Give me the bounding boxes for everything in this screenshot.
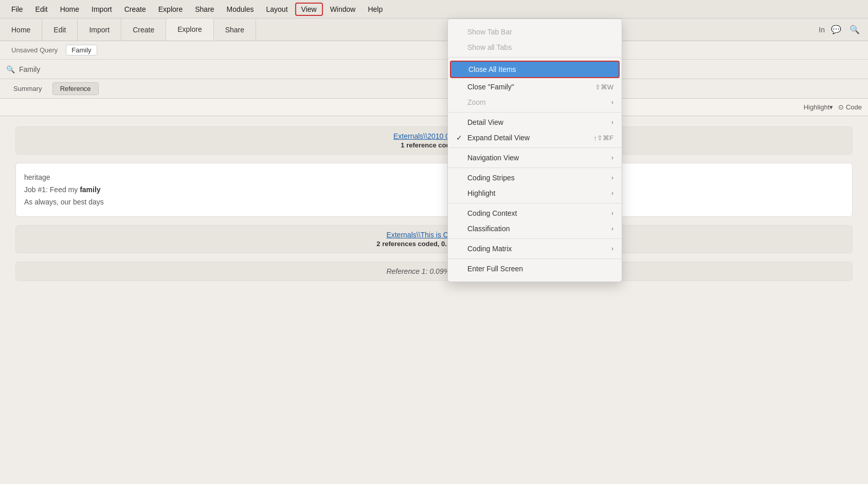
menu-file[interactable]: File bbox=[6, 3, 28, 15]
dropdown-navigation-view[interactable]: Navigation View › bbox=[448, 150, 622, 165]
arrow-zoom: › bbox=[611, 99, 613, 106]
sub-tab-summary[interactable]: Summary bbox=[6, 83, 49, 95]
menu-share[interactable]: Share bbox=[190, 3, 219, 15]
menu-view[interactable]: View bbox=[295, 3, 323, 16]
reference-link-3[interactable]: Externals\\This is Core Sound bbox=[24, 231, 844, 239]
main-content: Externals\\2010 02 Coo... 1 reference co… bbox=[0, 116, 868, 484]
tab-toolbar: Home Edit Import Create Explore Share In… bbox=[0, 18, 868, 41]
in-label: In bbox=[819, 26, 825, 34]
tab-create[interactable]: Create bbox=[121, 18, 166, 41]
dropdown-coding-matrix[interactable]: Coding Matrix › bbox=[448, 241, 622, 256]
family-label[interactable]: Family bbox=[66, 45, 97, 55]
menu-help[interactable]: Help bbox=[363, 3, 388, 15]
dropdown-section-1: Show Tab Bar Show all Tabs bbox=[448, 22, 622, 58]
arrow-highlight: › bbox=[611, 190, 613, 197]
search-text: Family bbox=[19, 65, 40, 73]
reference-header-1: Externals\\2010 02 Coo... 1 reference co… bbox=[16, 127, 852, 154]
checkmark-expand-detail: ✓ bbox=[456, 134, 464, 142]
menu-edit[interactable]: Edit bbox=[30, 3, 53, 15]
menu-explore[interactable]: Explore bbox=[153, 3, 188, 15]
menu-create[interactable]: Create bbox=[119, 3, 151, 15]
arrow-detail-view: › bbox=[611, 119, 613, 126]
tab-home[interactable]: Home bbox=[0, 18, 42, 41]
unsaved-query-label[interactable]: Unsaved Query bbox=[6, 45, 63, 55]
dropdown-show-all-tabs[interactable]: Show all Tabs bbox=[448, 40, 622, 55]
dropdown-close-family[interactable]: Close "Family" ⇧⌘W bbox=[448, 79, 622, 95]
menu-home[interactable]: Home bbox=[55, 3, 84, 15]
query-bar: Unsaved Query Family bbox=[0, 41, 868, 60]
dropdown-detail-view[interactable]: Detail View › bbox=[448, 115, 622, 130]
arrow-coding-stripes: › bbox=[611, 174, 613, 181]
dropdown-section-6: Coding Context › Classification › bbox=[448, 203, 622, 239]
highlight-button[interactable]: Highlight▾ bbox=[804, 103, 834, 111]
reference-header-3: Externals\\This is Core Sound 2 referenc… bbox=[16, 226, 852, 253]
tab-explore[interactable]: Explore bbox=[166, 18, 213, 41]
chat-icon[interactable]: 💬 bbox=[829, 23, 843, 37]
sub-tab-reference[interactable]: Reference bbox=[52, 82, 99, 95]
reference-card-3: Externals\\This is Core Sound 2 referenc… bbox=[15, 225, 853, 253]
menu-modules[interactable]: Modules bbox=[222, 3, 259, 15]
view-dropdown-menu: Show Tab Bar Show all Tabs Close All Ite… bbox=[447, 18, 622, 282]
dropdown-close-all-items[interactable]: Close All Items bbox=[450, 61, 620, 78]
arrow-coding-matrix: › bbox=[611, 245, 613, 252]
shortcut-close-family: ⇧⌘W bbox=[595, 83, 613, 91]
reference-card-2: heritage Job #1: Feed my family As alway… bbox=[15, 163, 853, 217]
menu-window[interactable]: Window bbox=[325, 3, 361, 15]
dropdown-coding-context[interactable]: Coding Context › bbox=[448, 206, 622, 221]
search-magnifier-icon: 🔍 bbox=[6, 65, 15, 73]
reference-link-1[interactable]: Externals\\2010 02 Coo... bbox=[24, 132, 844, 140]
reference-body-2: heritage Job #1: Feed my family As alway… bbox=[16, 163, 852, 216]
dropdown-section-8: Enter Full Screen bbox=[448, 259, 622, 278]
menu-bar: File Edit Home Import Create Explore Sha… bbox=[0, 0, 868, 18]
search-icon[interactable]: 🔍 bbox=[847, 23, 862, 37]
search-bar: 🔍 Family bbox=[0, 60, 868, 79]
dropdown-coding-stripes[interactable]: Coding Stripes › bbox=[448, 170, 622, 185]
dropdown-expand-detail-view[interactable]: ✓ Expand Detail View ↑⇧⌘F bbox=[448, 130, 622, 145]
sub-tab-bar: Summary Reference bbox=[0, 79, 868, 99]
arrow-classification: › bbox=[611, 225, 613, 232]
dropdown-zoom[interactable]: Zoom › bbox=[448, 95, 622, 110]
dropdown-highlight[interactable]: Highlight › bbox=[448, 185, 622, 201]
arrow-nav-view: › bbox=[611, 154, 613, 161]
reference-coverage-4: Reference 1: 0.09% coverage bbox=[24, 267, 844, 275]
dropdown-section-7: Coding Matrix › bbox=[448, 239, 622, 259]
reference-header-4: Reference 1: 0.09% coverage bbox=[16, 262, 852, 281]
dropdown-enter-full-screen[interactable]: Enter Full Screen bbox=[448, 261, 622, 276]
dropdown-show-tab-bar[interactable]: Show Tab Bar bbox=[448, 24, 622, 40]
shortcut-expand-detail: ↑⇧⌘F bbox=[594, 134, 613, 142]
action-bar: Highlight▾ ⊙ Code bbox=[0, 99, 868, 116]
dropdown-section-5: Coding Stripes › Highlight › bbox=[448, 168, 622, 203]
arrow-coding-context: › bbox=[611, 210, 613, 217]
code-button[interactable]: ⊙ Code bbox=[838, 103, 862, 111]
tab-share[interactable]: Share bbox=[214, 18, 256, 41]
dropdown-section-2: Close All Items Close "Family" ⇧⌘W Zoom … bbox=[448, 58, 622, 113]
dropdown-classification[interactable]: Classification › bbox=[448, 221, 622, 236]
reference-meta-1: 1 reference coded, 0. bbox=[24, 141, 844, 149]
menu-layout[interactable]: Layout bbox=[261, 3, 293, 15]
reference-card-4: Reference 1: 0.09% coverage bbox=[15, 262, 853, 281]
dropdown-section-3: Detail View › ✓ Expand Detail View ↑⇧⌘F bbox=[448, 113, 622, 148]
tab-import[interactable]: Import bbox=[78, 18, 121, 41]
tab-edit[interactable]: Edit bbox=[42, 18, 78, 41]
reference-card-1: Externals\\2010 02 Coo... 1 reference co… bbox=[15, 126, 853, 155]
dropdown-section-4: Navigation View › bbox=[448, 148, 622, 168]
menu-import[interactable]: Import bbox=[86, 3, 117, 15]
reference-meta-3: 2 references coded, 0.16% coverage bbox=[24, 240, 844, 248]
